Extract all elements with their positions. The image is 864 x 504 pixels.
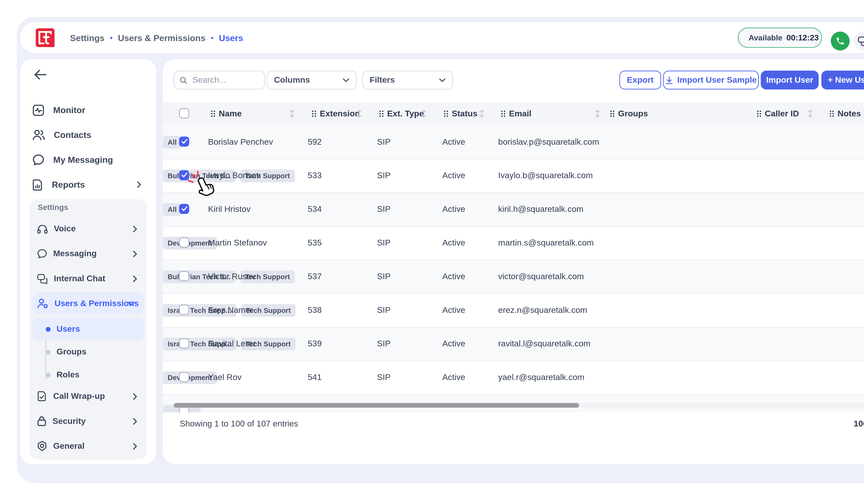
- table-row[interactable]: Martin Stefanov 535 SIP Active martin.s@…: [163, 226, 864, 260]
- table-row[interactable]: Erez Namer 538 SIP Active erez.n@squaret…: [163, 293, 864, 327]
- users-panel: Columns Filters Export Import User Sampl…: [163, 59, 864, 464]
- drag-handle-icon[interactable]: [610, 110, 615, 117]
- sort-icon[interactable]: [356, 110, 362, 118]
- sort-icon[interactable]: [289, 110, 295, 118]
- column-header-extension[interactable]: Extension: [312, 102, 360, 125]
- breadcrumb-settings[interactable]: Settings: [70, 33, 105, 42]
- sidebar-item-label: Users & Permissions: [55, 299, 139, 308]
- sidebar-item-monitor[interactable]: Monitor: [20, 98, 156, 122]
- row-checkbox[interactable]: [179, 237, 189, 247]
- cursor-pointer-icon: [187, 170, 216, 202]
- column-header-name[interactable]: Name: [211, 102, 242, 125]
- chevron-right-icon: [133, 418, 137, 425]
- sidebar-item-label: Messaging: [53, 249, 97, 258]
- sidebar-item-label: Monitor: [53, 105, 85, 115]
- drag-handle-icon[interactable]: [501, 110, 506, 117]
- column-header-email[interactable]: Email: [501, 102, 531, 125]
- breadcrumb-users-permissions[interactable]: Users & Permissions: [118, 33, 205, 42]
- horizontal-scrollbar[interactable]: [174, 403, 864, 408]
- cell-email: Ivaylo.b@squaretalk.com: [498, 159, 593, 192]
- sidebar-item-my-messaging[interactable]: My Messaging: [20, 147, 156, 172]
- table-row[interactable]: Victor Rusev 537 SIP Active victor@squar…: [163, 260, 864, 293]
- filters-dropdown[interactable]: Filters: [362, 71, 453, 89]
- sidebar-item-users[interactable]: Users: [32, 318, 144, 340]
- row-checkbox[interactable]: [179, 305, 189, 315]
- column-header-caller-id[interactable]: Caller ID: [757, 102, 799, 125]
- export-button[interactable]: Export: [619, 71, 661, 89]
- filters-label: Filters: [370, 75, 395, 85]
- column-header-ext-type[interactable]: Ext. Type: [379, 102, 424, 125]
- horizontal-scrollbar-thumb[interactable]: [174, 403, 579, 408]
- row-checkbox[interactable]: [179, 137, 189, 147]
- sidebar-item-groups[interactable]: Groups: [29, 340, 147, 363]
- session-timer: 00:12:23: [787, 33, 819, 42]
- cell-status: Active: [442, 226, 465, 260]
- sidebar-item-reports[interactable]: Reports: [20, 172, 156, 197]
- settings-section-label: Settings: [38, 203, 68, 211]
- drag-handle-icon[interactable]: [312, 110, 316, 117]
- drag-handle-icon[interactable]: [211, 110, 215, 117]
- new-user-label: + New User: [828, 75, 864, 85]
- cell-email: ravital.l@squaretalk.com: [498, 327, 590, 361]
- drag-handle-icon[interactable]: [379, 110, 384, 117]
- messages-button[interactable]: [854, 32, 864, 50]
- sort-icon[interactable]: [807, 110, 813, 118]
- cell-ext-type: SIP: [377, 293, 391, 327]
- sidebar-item-roles[interactable]: Roles: [29, 363, 147, 386]
- column-header-notes[interactable]: Notes: [829, 102, 861, 125]
- cell-name: Martin Stefanov: [208, 226, 267, 260]
- row-checkbox[interactable]: [179, 339, 189, 348]
- table-row[interactable]: Yael Rov 541 SIP Active yael.r@squaretal…: [163, 360, 864, 394]
- cell-name: Erez Namer: [208, 293, 253, 327]
- cell-extension: 539: [308, 327, 322, 361]
- sidebar-item-users-permissions[interactable]: Users & Permissions: [32, 292, 144, 315]
- phone-button[interactable]: [831, 32, 850, 50]
- table-row[interactable]: Ivaylo Borisov 533 SIP Active Ivaylo.b@s…: [163, 159, 864, 192]
- import-user-sample-button[interactable]: Import User Sample: [663, 71, 759, 89]
- breadcrumb-separator: •: [110, 34, 112, 42]
- sidebar-item-internal-chat[interactable]: Internal Chat: [29, 267, 147, 290]
- sidebar-item-contacts[interactable]: Contacts: [20, 122, 156, 147]
- drag-handle-icon[interactable]: [829, 110, 834, 117]
- columns-dropdown[interactable]: Columns: [267, 71, 357, 89]
- sidebar-item-messaging[interactable]: Messaging: [29, 242, 147, 265]
- sort-icon[interactable]: [479, 110, 485, 118]
- brand-logo-icon[interactable]: [36, 28, 55, 47]
- sidebar-item-general[interactable]: General: [29, 434, 147, 457]
- cell-extension: 534: [308, 192, 322, 226]
- bullet-icon: [46, 327, 50, 331]
- row-checkbox[interactable]: [179, 204, 189, 214]
- cell-name: Ravital Lerer: [208, 327, 256, 361]
- sidebar-item-label: General: [53, 441, 84, 451]
- table-row[interactable]: Borislav Penchev 592 SIP Active borislav…: [163, 125, 864, 159]
- phone-icon: [836, 36, 845, 46]
- sort-icon[interactable]: [421, 110, 427, 118]
- breadcrumb-users[interactable]: Users: [219, 33, 243, 42]
- cell-ext-type: SIP: [377, 260, 391, 293]
- cell-status: Active: [442, 293, 465, 327]
- collapse-sidebar-button[interactable]: [34, 69, 47, 81]
- chevron-right-icon: [133, 442, 137, 450]
- row-checkbox[interactable]: [179, 271, 189, 281]
- table-row[interactable]: Kiril Hristov 534 SIP Active kiril.h@squ…: [163, 192, 864, 226]
- import-user-button[interactable]: Import User: [761, 71, 819, 89]
- new-user-button[interactable]: + New User: [821, 71, 864, 89]
- row-checkbox[interactable]: [179, 372, 189, 382]
- table-row[interactable]: Ravital Lerer 539 SIP Active ravital.l@s…: [163, 327, 864, 361]
- drag-handle-icon[interactable]: [757, 110, 761, 117]
- sidebar-item-call-wrap-up[interactable]: Call Wrap-up: [29, 385, 147, 408]
- cell-status: Active: [442, 327, 465, 361]
- search-input[interactable]: [174, 71, 265, 89]
- sidebar-item-security[interactable]: Security: [29, 410, 147, 432]
- sort-icon[interactable]: [595, 110, 600, 118]
- page-size-selector[interactable]: 100: [854, 419, 864, 429]
- chevron-right-icon: [133, 225, 137, 232]
- column-header-groups[interactable]: Groups: [610, 102, 648, 125]
- column-header-status[interactable]: Status: [444, 102, 478, 125]
- sidebar-item-label: Roles: [57, 370, 80, 380]
- drag-handle-icon[interactable]: [444, 110, 448, 117]
- select-all-checkbox[interactable]: [179, 108, 189, 118]
- sidebar-item-voice[interactable]: Voice: [29, 217, 147, 240]
- search-field[interactable]: [191, 75, 259, 85]
- availability-status[interactable]: Available 00:12:23: [738, 28, 822, 48]
